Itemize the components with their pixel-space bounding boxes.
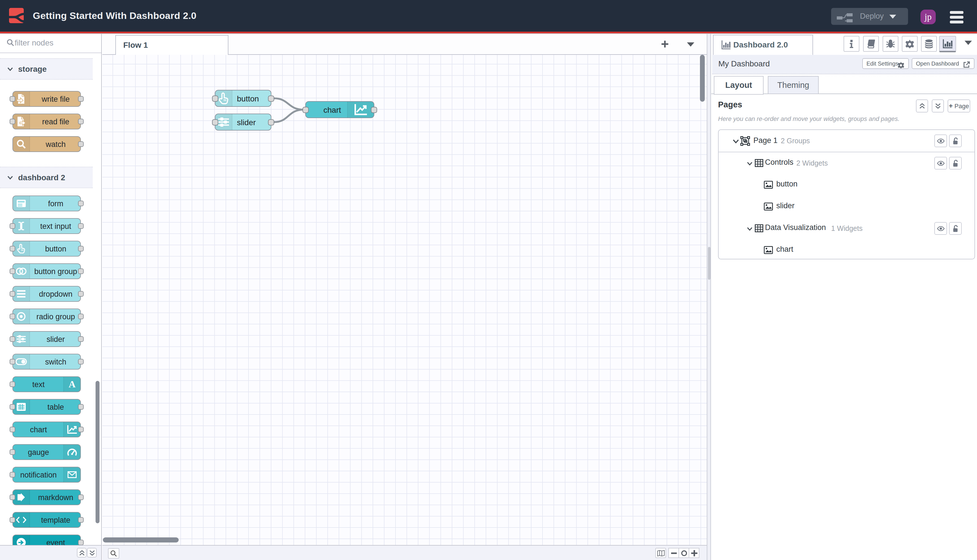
svg-text:A: A	[69, 380, 76, 388]
